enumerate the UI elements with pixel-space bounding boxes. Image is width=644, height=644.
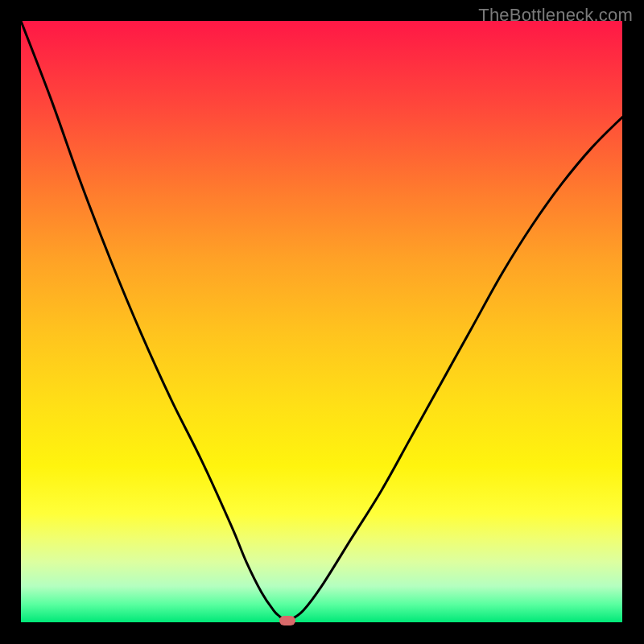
chart-stage: TheBottleneck.com — [0, 0, 644, 644]
watermark-text: TheBottleneck.com — [478, 5, 633, 26]
minimum-marker — [279, 616, 295, 625]
curve-layer — [21, 21, 622, 622]
bottleneck-curve — [21, 21, 622, 622]
plot-area — [21, 21, 622, 622]
